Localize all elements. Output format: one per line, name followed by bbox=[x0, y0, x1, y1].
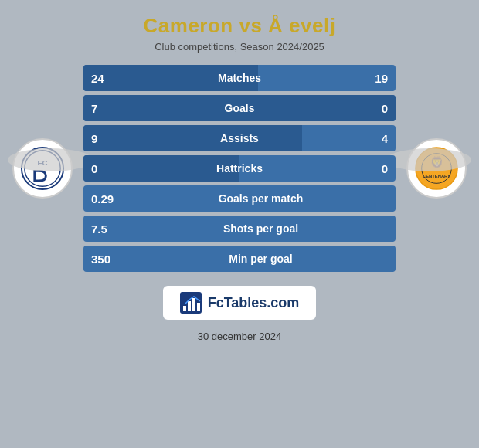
stat-row-matches: 24Matches19 bbox=[83, 65, 396, 91]
stat-single-value: 7.5 bbox=[91, 222, 134, 236]
stat-left-value: 24 bbox=[91, 72, 122, 85]
page-header: Cameron vs Å evelj Club competitions, Se… bbox=[0, 0, 479, 57]
svg-rect-9 bbox=[188, 301, 191, 311]
stat-label: Matches bbox=[122, 72, 357, 84]
stats-section: 24Matches197Goals09Assists40Hattricks00.… bbox=[83, 65, 396, 272]
stat-row-assists: 9Assists4 bbox=[83, 125, 396, 151]
fctables-branding: FcTables.com bbox=[163, 286, 317, 320]
date-footer: 30 december 2024 bbox=[198, 331, 281, 342]
match-subtitle: Club competitions, Season 2024/2025 bbox=[8, 41, 471, 53]
right-oval-decoration bbox=[386, 148, 471, 171]
match-title: Cameron vs Å evelj bbox=[8, 14, 471, 38]
stat-label: Hattricks bbox=[122, 162, 357, 175]
stat-right-value: 4 bbox=[357, 132, 388, 145]
stat-single-value: 0.29 bbox=[91, 192, 134, 205]
stat-label: Min per goal bbox=[134, 253, 388, 265]
stat-row-shots-per-goal: 7.5Shots per goal bbox=[83, 216, 396, 242]
stat-row-hattricks: 0Hattricks0 bbox=[83, 155, 396, 182]
stat-left-value: 0 bbox=[91, 162, 122, 175]
stat-row-goals-per-match: 0.29Goals per match bbox=[83, 185, 396, 212]
svg-rect-10 bbox=[192, 298, 195, 311]
stat-left-value: 9 bbox=[91, 132, 122, 145]
stat-right-value: 0 bbox=[357, 102, 388, 115]
stat-row-min-per-goal: 350Min per goal bbox=[83, 246, 396, 272]
left-oval-decoration bbox=[8, 148, 93, 171]
stat-right-value: 0 bbox=[357, 162, 388, 175]
stat-label: Assists bbox=[122, 132, 357, 144]
stat-label: Goals per match bbox=[134, 192, 388, 205]
svg-rect-8 bbox=[183, 306, 186, 311]
stat-row-goals: 7Goals0 bbox=[83, 95, 396, 121]
svg-text:CENTENARY: CENTENARY bbox=[423, 174, 450, 178]
stat-single-value: 350 bbox=[91, 253, 134, 266]
stat-label: Goals bbox=[122, 102, 357, 114]
stat-right-value: 19 bbox=[357, 72, 388, 85]
svg-rect-11 bbox=[197, 303, 200, 311]
fctables-text: FcTables.com bbox=[208, 295, 300, 311]
stat-left-value: 7 bbox=[91, 102, 122, 115]
stat-label: Shots per goal bbox=[134, 222, 388, 235]
fctables-icon bbox=[180, 292, 202, 314]
